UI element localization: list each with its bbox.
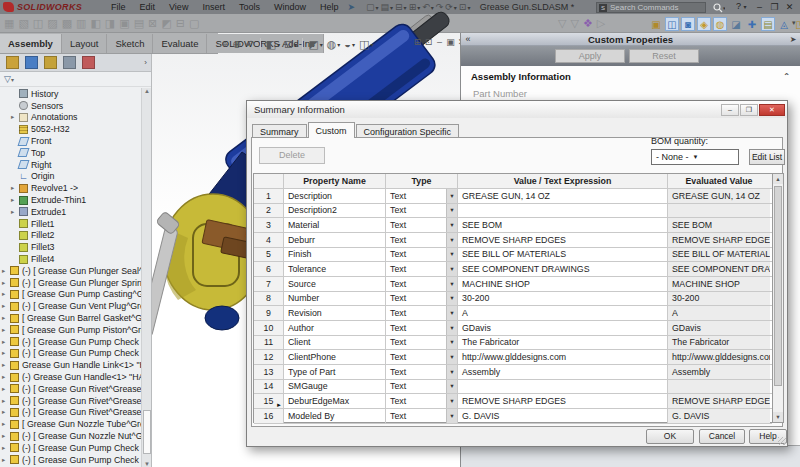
type-cell[interactable]: Text▼ [386,336,458,350]
expand-arrow-icon[interactable]: ▸ [2,290,10,298]
row-number[interactable]: 9 [254,306,284,320]
dialog-tab-summary[interactable]: Summary [252,124,307,138]
property-name-cell[interactable]: Author [284,321,386,335]
chevron-down-icon[interactable]: ▼ [446,204,457,218]
menu-insert[interactable]: Insert [195,2,232,12]
value-cell[interactable]: Assembly [458,365,668,379]
type-cell[interactable]: Text▼ [386,262,458,276]
hide-show-icon[interactable]: ◫ [665,17,679,31]
type-cell[interactable]: Text▼ [386,189,458,203]
tree-item[interactable]: Top [0,147,141,159]
resize-grip[interactable] [778,437,786,445]
dialog-tab-custom[interactable]: Custom [308,122,355,138]
appearance-icon[interactable]: ◙ [681,17,695,31]
panel-tabs-more-icon[interactable]: › [144,58,147,67]
tree-item[interactable]: ▸[ Grease Gun Nozzle Tube^Grease [0,418,141,430]
expand-arrow-icon[interactable]: ▸ [2,338,10,346]
property-name-cell[interactable]: ClientPhone [284,350,386,364]
type-cell[interactable]: Text▼ [386,248,458,262]
row-number[interactable]: 4 [254,233,284,247]
cancel-button[interactable]: Cancel [699,429,745,444]
search-icon[interactable]: ▾ [712,2,726,13]
table-scrollbar[interactable]: ▲ ▼ [773,173,784,423]
dimxpertmanager-tab-icon[interactable] [63,56,76,69]
property-name-cell[interactable]: Client [284,336,386,350]
value-cell[interactable]: GDavis [458,321,668,335]
displaymanager-tab-icon[interactable] [82,56,95,69]
previous-view-icon[interactable]: ↶ [245,38,254,51]
row-number[interactable]: 6 [254,262,284,276]
tree-item[interactable]: ▸(-) [ Grease Gun Rivet^Grease Gun [0,383,141,395]
undo-icon[interactable]: ↶▾ [422,2,434,12]
dialog-close-button[interactable]: ✕ [759,104,785,116]
rotate-component-icon[interactable]: ◍ [713,17,727,31]
reset-button[interactable]: Reset [629,49,699,63]
help-menu-button[interactable]: ? ▾ [736,1,747,11]
tree-item[interactable]: ▸Annotations [0,112,141,124]
row-number[interactable]: 3 [254,218,284,232]
minimize-button[interactable]: – [752,2,767,12]
menu-window[interactable]: Window [267,2,313,12]
tree-item[interactable]: Front [0,135,141,147]
tree-item[interactable]: ▸[ Grease Gun Barrel Gasket^Grease [0,312,141,324]
expand-arrow-icon[interactable]: ▸ [2,444,10,452]
row-number[interactable]: 2 [254,204,284,218]
type-cell[interactable]: Text▼ [386,409,458,423]
expand-arrow-icon[interactable]: ▸ [11,208,19,216]
chevron-down-icon[interactable]: ▼ [446,336,457,350]
collapse-pane-icon[interactable]: « [461,34,475,44]
value-cell[interactable]: G. DAVIS [458,409,668,423]
tree-item[interactable]: History [0,88,141,100]
expand-arrow-icon[interactable]: ▸ [2,385,10,393]
configurationmanager-tab-icon[interactable] [44,56,57,69]
dialog-title-bar[interactable]: Summary Information –❐✕ [247,101,787,118]
expand-arrow-icon[interactable]: ▸ [2,267,10,275]
assembly-information-header[interactable]: Assembly Information ⌃ [461,66,800,82]
chevron-down-icon[interactable]: ▼ [446,409,457,423]
tree-item[interactable]: Fillet1 [0,218,141,230]
tree-item[interactable]: ∟Origin [0,171,141,183]
type-cell[interactable]: Text▼ [386,350,458,364]
row-number[interactable]: 11 [254,336,284,350]
expand-arrow-icon[interactable]: ▸ [2,302,10,310]
row-number[interactable]: 16 [254,409,284,423]
table-scroll-down-icon[interactable]: ▼ [773,412,783,422]
value-cell[interactable]: The Fabricator [458,336,668,350]
type-cell[interactable]: Text▼ [386,365,458,379]
doc-maximize-icon[interactable]: ▣ [445,37,456,47]
dialog-tab-configuration-specific[interactable]: Configuration Specific [356,124,460,138]
row-number[interactable]: 7 [254,277,284,291]
menu-tools[interactable]: Tools [232,2,267,12]
tree-item[interactable]: ▸(-) [ Grease Gun Pump Check Sprin [0,348,141,360]
property-name-cell[interactable]: SMGauge [284,380,386,394]
magic-select-icon[interactable]: ❖ [583,17,593,30]
collapse-section-icon[interactable]: ⌃ [783,72,790,81]
expand-arrow-icon[interactable]: ▸ [11,113,19,121]
tree-item[interactable]: Sensors [0,100,141,112]
value-cell[interactable]: SEE COMPONENT DRAWINGS [458,262,668,276]
table-scroll-thumb[interactable] [774,186,782,386]
tab-evaluate[interactable]: Evaluate [153,34,207,53]
tree-item[interactable]: ▸(-) [ Grease Gun Rivet^Grease Gun [0,407,141,419]
row-number[interactable]: 5 [254,248,284,262]
chevron-down-icon[interactable]: ▼ [446,394,457,408]
property-name-cell[interactable]: Description [284,189,386,203]
value-cell[interactable]: A [458,306,668,320]
table-scroll-up-icon[interactable]: ▲ [773,174,783,184]
search-scope-icon[interactable]: S [599,4,607,12]
expand-arrow-icon[interactable]: ▸ [2,373,10,381]
chevron-down-icon[interactable]: ▼ [446,292,457,306]
section-view-icon[interactable]: ◧▾ [266,38,280,51]
property-name-cell[interactable]: Revision [284,306,386,320]
close-button[interactable]: ✕ [782,2,797,12]
redo-icon[interactable]: ↷ [436,2,444,12]
value-cell[interactable]: MACHINE SHOP [458,277,668,291]
row-number[interactable]: 8 [254,292,284,306]
measure-icon[interactable]: ✚ [745,17,759,31]
tree-item[interactable]: ▸[ Grease Gun Pump Casting^Greas [0,289,141,301]
hide-items-icon[interactable]: ◍▾ [327,38,341,51]
chevron-down-icon[interactable]: ▼ [446,189,457,203]
pin-menu-icon[interactable]: ➤ [347,2,355,12]
row-number[interactable]: 12 [254,350,284,364]
delete-button[interactable]: Delete [259,147,325,164]
